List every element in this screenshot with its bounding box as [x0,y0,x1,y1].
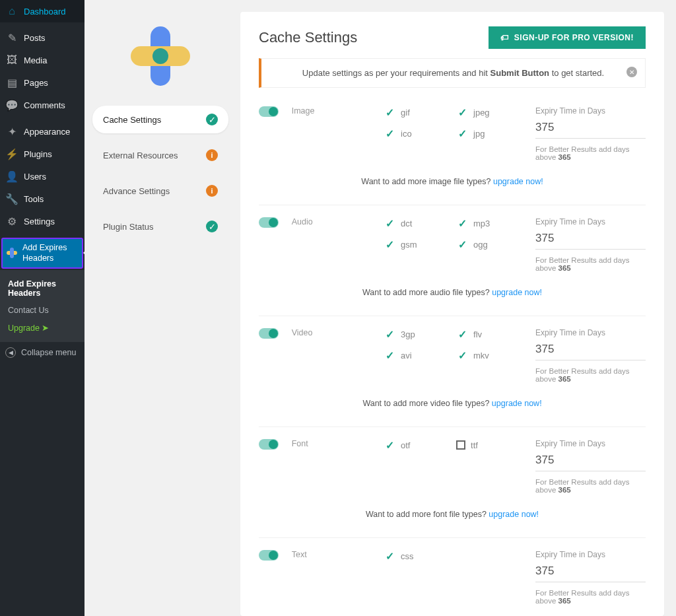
submenu-contact-us[interactable]: Contact Us [0,302,84,319]
toggle-font[interactable] [259,439,279,450]
expiry-field: Expiry Time in Days375For Better Results… [535,106,646,161]
menu-icon: ⌂ [5,5,18,18]
info-icon: i [206,149,218,161]
tag-icon: 🏷 [500,33,509,42]
check-icon[interactable]: ✓ [384,349,395,361]
section-label: Font [292,439,365,448]
plugin-tab-plugin-status[interactable]: Plugin Status✓ [92,213,228,240]
file-type-list: ✓otfttf [384,439,522,451]
sidebar-item-comments[interactable]: 💬Comments [0,94,84,116]
wp-admin-sidebar: ⌂Dashboard✎Posts🖾Media▤Pages💬Comments✦Ap… [0,0,84,616]
sidebar-item-plugins[interactable]: ⚡Plugins [0,143,84,165]
check-icon[interactable]: ✓ [384,217,395,229]
upgrade-link[interactable]: upgrade now! [493,177,543,186]
check-icon[interactable]: ✓ [456,217,468,229]
sidebar-item-dashboard[interactable]: ⌂Dashboard [0,0,84,22]
check-icon[interactable]: ✓ [384,439,395,451]
upgrade-prompt: Want to add more font file types? upgrad… [259,510,646,519]
expiry-label: Expiry Time in Days [535,439,646,448]
expiry-input[interactable]: 375 [535,121,646,139]
filetype-mkv: ✓mkv [456,349,522,361]
upgrade-link[interactable]: upgrade now! [492,288,542,297]
checkbox-unchecked[interactable] [456,440,465,450]
upgrade-link[interactable]: upgrade now! [489,510,539,519]
filetype-gsm: ✓gsm [384,238,450,250]
sidebar-item-posts[interactable]: ✎Posts [0,26,84,49]
filetype-dct: ✓dct [384,217,450,229]
section-font: Font✓otfttfExpiry Time in Days375For Bet… [259,427,646,538]
collapse-menu[interactable]: ◀Collapse menu [0,342,84,363]
plugin-icon [7,246,17,259]
section-text: Text✓cssExpiry Time in Days375For Better… [259,538,646,616]
upgrade-link[interactable]: upgrade now! [492,399,542,408]
section-label: Image [292,106,365,116]
filetype-ttf: ttf [456,439,522,451]
plugin-tab-cache-settings[interactable]: Cache Settings✓ [92,106,228,133]
expiry-input[interactable]: 375 [535,454,646,471]
check-icon: ✓ [206,221,218,232]
pro-button-label: SIGN-UP FOR PRO VERSION! [514,33,634,42]
file-type-list: ✓dct✓mp3✓gsm✓ogg [384,217,522,250]
submenu-upgrade-[interactable]: Upgrade ➤ [0,319,84,337]
check-icon[interactable]: ✓ [456,328,468,340]
expiry-field: Expiry Time in Days375For Better Results… [535,217,646,272]
expiry-field: Expiry Time in Days375For Better Results… [535,550,646,605]
sidebar-item-appearance[interactable]: ✦Appearance [0,120,84,143]
expiry-hint: For Better Results add days above 365 [535,478,646,494]
filetype-3gp: ✓3gp [384,328,450,340]
expiry-label: Expiry Time in Days [535,550,646,559]
info-icon: i [206,185,218,197]
sidebar-item-tools[interactable]: 🔧Tools [0,188,84,210]
menu-icon: 💬 [5,98,18,112]
file-type-list: ✓3gp✓flv✓avi✓mkv [384,328,522,361]
file-type-list: ✓gif✓jpeg✓ico✓jpg [384,106,522,139]
sidebar-item-media[interactable]: 🖾Media [0,49,84,71]
menu-icon: ⚙ [5,215,18,228]
toggle-video[interactable] [259,328,279,339]
menu-icon: ⚡ [5,147,18,160]
submenu-add-expires-headers[interactable]: Add Expires Headers [0,275,84,302]
plugin-tab-external-resources[interactable]: External Resourcesi [92,141,228,169]
sidebar-item-users[interactable]: 👤Users [0,165,84,188]
check-icon[interactable]: ✓ [456,238,468,250]
menu-icon: ✦ [5,125,18,138]
check-icon[interactable]: ✓ [384,550,395,562]
filetype-mp3: ✓mp3 [456,217,522,229]
check-icon[interactable]: ✓ [456,106,468,118]
upgrade-prompt: Want to add more image file types? upgra… [259,177,646,186]
filetype-css: ✓css [384,550,450,562]
file-type-list: ✓css [384,550,522,562]
check-icon[interactable]: ✓ [384,238,395,250]
sidebar-item-pages[interactable]: ▤Pages [0,71,84,94]
check-icon[interactable]: ✓ [384,106,395,118]
plugin-side-nav: Cache Settings✓External ResourcesiAdvanc… [84,0,236,616]
check-icon[interactable]: ✓ [384,127,395,139]
section-label: Audio [292,217,365,226]
menu-icon: 🖾 [5,53,18,67]
expiry-field: Expiry Time in Days375For Better Results… [535,328,646,383]
expiry-input[interactable]: 375 [535,343,646,360]
check-icon[interactable]: ✓ [384,328,395,340]
toggle-text[interactable] [259,550,279,561]
section-audio: Audio✓dct✓mp3✓gsm✓oggExpiry Time in Days… [259,205,646,316]
check-icon[interactable]: ✓ [456,127,468,139]
filetype-jpg: ✓jpg [456,127,522,139]
plugin-logo [131,26,190,86]
check-icon[interactable]: ✓ [456,349,468,361]
tab-label: Cache Settings [103,115,161,125]
toggle-image[interactable] [259,106,279,117]
check-icon: ✓ [206,114,218,125]
sidebar-item-add-expires-headers[interactable]: Add Expires Headers [1,238,83,269]
plugin-tab-advance-settings[interactable]: Advance Settingsi [92,177,228,205]
section-video: Video✓3gp✓flv✓avi✓mkvExpiry Time in Days… [259,316,646,427]
main-panel: Cache Settings 🏷 SIGN-UP FOR PRO VERSION… [240,12,664,616]
upgrade-prompt: Want to add more audio file types? upgra… [259,288,646,297]
expiry-input[interactable]: 375 [535,232,646,250]
sidebar-item-settings[interactable]: ⚙Settings [0,210,84,232]
toggle-audio[interactable] [259,217,279,228]
pro-signup-button[interactable]: 🏷 SIGN-UP FOR PRO VERSION! [489,26,646,49]
close-icon[interactable]: ✕ [626,67,637,77]
expiry-hint: For Better Results add days above 365 [535,589,646,605]
menu-icon: 👤 [5,170,18,183]
expiry-input[interactable]: 375 [535,565,646,582]
